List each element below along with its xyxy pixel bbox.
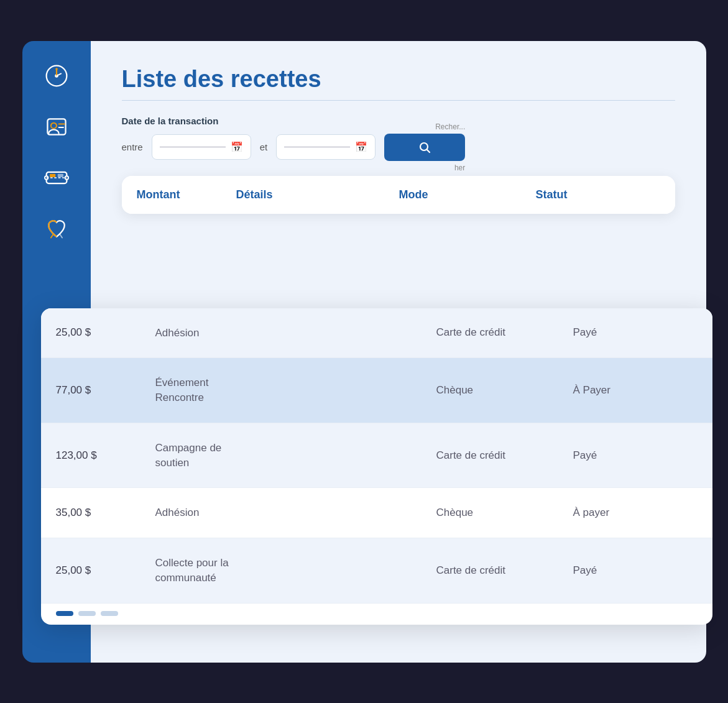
sidebar-item-tickets[interactable] <box>40 162 73 194</box>
between-text: entre <box>122 142 143 152</box>
cell-detail-3: Campagne desoutien <box>155 441 436 471</box>
svg-rect-13 <box>50 173 55 177</box>
cell-status-5: Payé <box>573 564 698 577</box>
search-hint-top: Recher... <box>435 122 465 131</box>
header-mode: Mode <box>399 188 536 201</box>
header-status: Statut <box>536 188 660 201</box>
table-row: 25,00 $ Adhésion Carte de crédit Payé <box>41 308 712 359</box>
cell-amount-1: 25,00 $ <box>56 326 155 339</box>
and-text: et <box>260 142 268 152</box>
cell-detail-4: Adhésion <box>155 505 436 520</box>
table-header: Montant Détails Mode Statut <box>122 176 675 214</box>
cell-status-1: Payé <box>573 326 698 339</box>
cell-detail-5: Collecte pour lacommunauté <box>155 556 436 586</box>
page-title: Liste des recettes <box>122 66 675 93</box>
page-dot-3[interactable] <box>101 611 118 616</box>
calendar-from-icon: 📅 <box>231 141 243 153</box>
page-dot-2[interactable] <box>78 611 96 616</box>
cell-mode-5: Carte de crédit <box>436 564 573 577</box>
page-dot-active[interactable] <box>56 611 73 616</box>
pagination-bar <box>41 604 712 625</box>
cell-status-3: Payé <box>573 449 698 462</box>
title-divider <box>122 100 675 101</box>
table-card: Montant Détails Mode Statut <box>122 176 675 214</box>
cell-amount-3: 123,00 $ <box>56 449 155 462</box>
date-to-input[interactable]: 📅 <box>276 134 376 160</box>
cell-mode-1: Carte de crédit <box>436 326 573 339</box>
filter-row: entre 📅 et 📅 Recher... <box>122 134 675 161</box>
svg-point-6 <box>50 122 56 128</box>
search-hint-bottom: her <box>454 163 465 172</box>
date-from-input[interactable]: 📅 <box>152 134 251 160</box>
cell-mode-3: Carte de crédit <box>436 449 573 462</box>
cell-status-2: À Payer <box>573 384 698 397</box>
table-row: 123,00 $ Campagne desoutien Carte de cré… <box>41 423 712 489</box>
header-details: Détails <box>236 188 399 201</box>
svg-rect-14 <box>57 173 63 177</box>
table-row: 25,00 $ Collecte pour lacommunauté Carte… <box>41 538 712 604</box>
sidebar-item-dashboard[interactable] <box>40 60 73 92</box>
table-row: 35,00 $ Adhésion Chèque À payer <box>41 488 712 538</box>
cell-amount-5: 25,00 $ <box>56 564 155 577</box>
search-button[interactable] <box>384 134 465 161</box>
svg-line-16 <box>427 149 430 152</box>
cell-detail-2: ÉvénementRencontre <box>155 375 436 405</box>
table-row: 77,00 $ ÉvénementRencontre Chèque À Paye… <box>41 358 712 423</box>
filter-label: Date de la transaction <box>122 116 675 126</box>
svg-point-11 <box>65 176 68 179</box>
cell-status-4: À payer <box>573 507 698 519</box>
filter-section: Date de la transaction entre 📅 et 📅 Rech… <box>122 116 675 161</box>
cell-mode-4: Chèque <box>436 507 573 519</box>
sidebar-item-donations[interactable] <box>40 213 73 245</box>
floating-table: 25,00 $ Adhésion Carte de crédit Payé 77… <box>41 308 712 625</box>
cell-amount-2: 77,00 $ <box>56 384 155 397</box>
header-amount: Montant <box>137 188 236 201</box>
cell-amount-4: 35,00 $ <box>56 507 155 519</box>
svg-point-4 <box>55 68 58 70</box>
calendar-to-icon: 📅 <box>355 141 367 153</box>
cell-detail-1: Adhésion <box>155 326 436 341</box>
sidebar-item-members[interactable] <box>40 111 73 143</box>
cell-mode-2: Chèque <box>436 384 573 397</box>
